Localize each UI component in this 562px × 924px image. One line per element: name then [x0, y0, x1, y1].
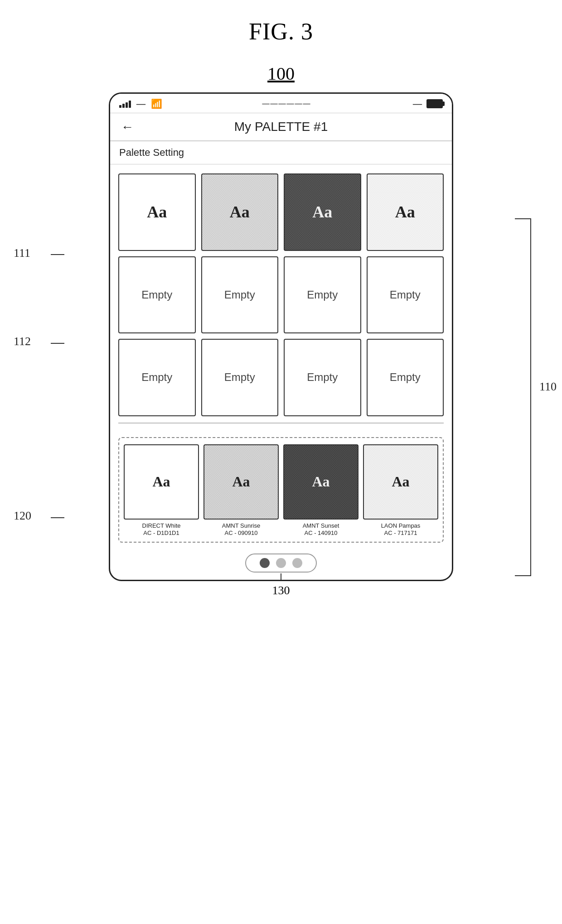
grid-cell-empty-2[interactable]: Empty	[201, 256, 279, 334]
pagination-dot-3[interactable]	[292, 558, 302, 568]
ref-label: 100	[0, 63, 562, 84]
status-center-text: ——————	[262, 100, 311, 108]
back-button[interactable]: ←	[121, 120, 134, 134]
status-dash-left: —	[136, 99, 145, 109]
status-bar: — 📶 —————— —	[110, 94, 452, 113]
palette-label-0: DIRECT White AC - D1D1D1	[142, 522, 181, 538]
phone-frame: — 📶 —————— — ← My PALETTE #1 Palette Set…	[109, 92, 453, 581]
palette-swatch-3: Aa	[363, 444, 438, 520]
pagination-pill	[245, 553, 317, 573]
palette-label-2: AMNT Sunset AC - 140910	[303, 522, 339, 538]
pagination-area	[110, 547, 452, 580]
palette-label-1: AMNT Sunrise AC - 090910	[222, 522, 260, 538]
grid-cell-empty-8[interactable]: Empty	[367, 339, 444, 416]
pagination-dot-2[interactable]	[276, 558, 286, 568]
signal-icon	[119, 100, 131, 108]
grid-area: Aa Aa Aa Aa Empty Empty Empty Empty Empt…	[110, 164, 452, 434]
pagination-dot-1[interactable]	[260, 558, 270, 568]
palette-swatch-0: Aa	[124, 444, 199, 520]
grid-cell-aa-vlight[interactable]: Aa	[367, 173, 444, 251]
grid-cell-empty-3[interactable]: Empty	[284, 256, 361, 334]
annotation-120: 120	[14, 509, 31, 523]
wifi-icon: 📶	[151, 98, 162, 109]
grid-row-3: Empty Empty Empty Empty	[118, 339, 444, 416]
palette-setting-bar: Palette Setting	[110, 141, 452, 164]
annotation-112: 112	[14, 335, 31, 348]
bottom-palette-section: Aa DIRECT White AC - D1D1D1 Aa AMNT Sunr…	[118, 437, 444, 543]
grid-cell-aa-white[interactable]: Aa	[118, 173, 196, 251]
battery-icon	[426, 99, 443, 108]
grid-cell-aa-dark[interactable]: Aa	[284, 173, 361, 251]
palette-label-3: LAON Pampas AC - 717171	[381, 522, 421, 538]
annotation-110: 110	[539, 380, 557, 394]
grid-cell-empty-7[interactable]: Empty	[284, 339, 361, 416]
palette-swatch-1: Aa	[203, 444, 279, 520]
palette-item-3[interactable]: Aa LAON Pampas AC - 717171	[363, 444, 438, 538]
nav-bar: ← My PALETTE #1	[110, 113, 452, 141]
palette-swatch-2: Aa	[283, 444, 359, 520]
annotation-130: 130	[272, 584, 290, 597]
grid-row-1: Aa Aa Aa Aa	[118, 173, 444, 251]
grid-row-2: Empty Empty Empty Empty	[118, 256, 444, 334]
palette-item-2[interactable]: Aa AMNT Sunset AC - 140910	[283, 444, 359, 538]
palette-items-row: Aa DIRECT White AC - D1D1D1 Aa AMNT Sunr…	[124, 444, 438, 538]
annotation-111: 111	[14, 246, 30, 260]
section-divider	[118, 423, 444, 424]
grid-cell-aa-light[interactable]: Aa	[201, 173, 279, 251]
grid-cell-empty-4[interactable]: Empty	[367, 256, 444, 334]
fig-label: FIG. 3	[0, 0, 562, 58]
grid-cell-empty-6[interactable]: Empty	[201, 339, 279, 416]
grid-cell-empty-5[interactable]: Empty	[118, 339, 196, 416]
grid-cell-empty-1[interactable]: Empty	[118, 256, 196, 334]
palette-item-1[interactable]: Aa AMNT Sunrise AC - 090910	[203, 444, 279, 538]
nav-title: My PALETTE #1	[143, 120, 419, 134]
status-dash-right: —	[413, 99, 422, 109]
palette-item-0[interactable]: Aa DIRECT White AC - D1D1D1	[124, 444, 199, 538]
